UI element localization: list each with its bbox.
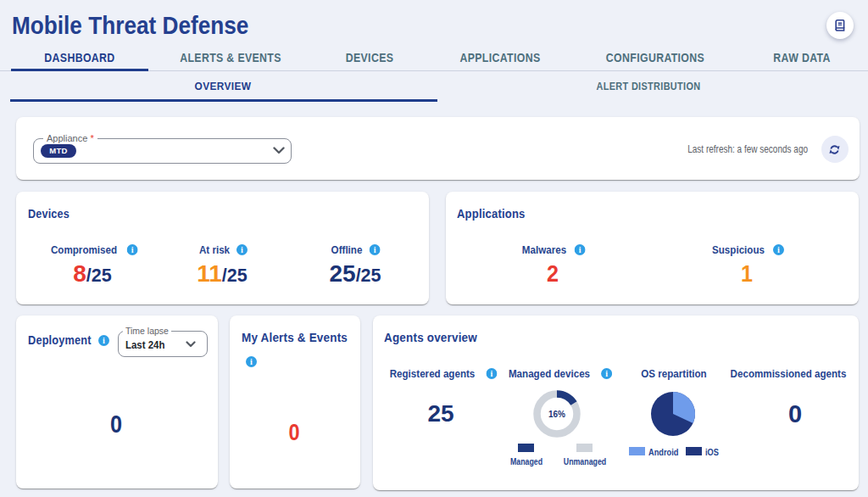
- svg-text:i: i: [777, 245, 780, 254]
- svg-text:i: i: [491, 369, 493, 378]
- svg-text:i: i: [241, 245, 243, 254]
- svg-text:i: i: [103, 336, 105, 345]
- svg-text:i: i: [605, 369, 608, 378]
- svg-text:16%: 16%: [548, 410, 565, 419]
- svg-text:i: i: [131, 245, 133, 254]
- svg-text:i: i: [250, 357, 253, 366]
- svg-text:i: i: [579, 245, 581, 254]
- svg-text:i: i: [373, 245, 376, 254]
